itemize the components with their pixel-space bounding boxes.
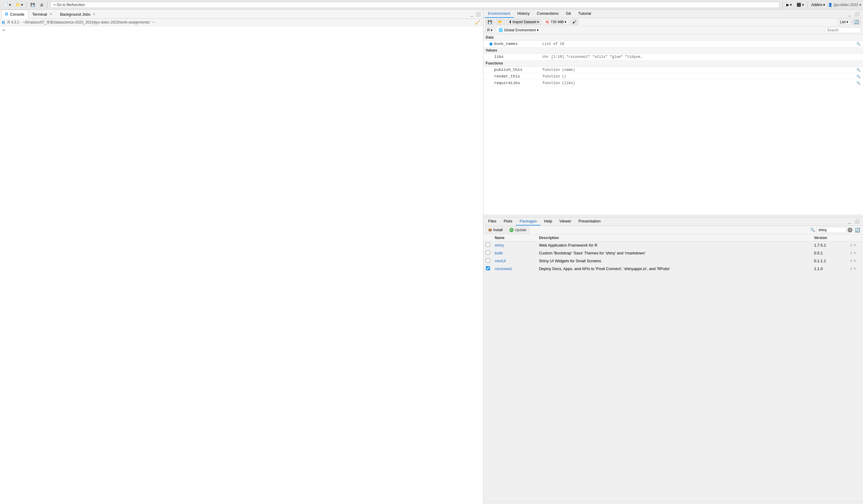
refresh-env-btn[interactable]: 🔄 bbox=[852, 19, 861, 25]
env-content: Data book_names List of 10 🔍 Values libs… bbox=[484, 34, 863, 215]
load-env-btn[interactable]: 📂 bbox=[496, 19, 505, 25]
env-row-require-libs[interactable]: requireLibs function (libs) 🔍 bbox=[484, 80, 863, 87]
new-file-btn[interactable]: 📄 ▾ bbox=[2, 2, 13, 8]
r-label: R bbox=[487, 28, 490, 32]
global-env-label: Global Environment bbox=[504, 28, 536, 32]
tab-tutorial[interactable]: Tutorial bbox=[575, 10, 595, 18]
env-search bbox=[825, 27, 861, 33]
row-miniui-name-cell: miniUI bbox=[492, 257, 537, 265]
left-panel: R Console Terminal ✕ Background Jobs ✕ _… bbox=[0, 10, 484, 504]
env-row-render-this[interactable]: render_this function () 🔍 bbox=[484, 73, 863, 80]
r-logo: R bbox=[5, 12, 8, 16]
path-edit-icon[interactable]: ✏ bbox=[152, 20, 155, 24]
list-dropdown[interactable]: List ▾ bbox=[837, 19, 851, 25]
rsconnect-checkbox[interactable] bbox=[486, 266, 490, 270]
bslib-info-btn[interactable]: ℹ bbox=[850, 250, 852, 255]
print-btn[interactable]: 🖨 bbox=[38, 2, 45, 8]
pkg-search-input[interactable] bbox=[816, 227, 847, 233]
save-env-btn[interactable]: 💾 bbox=[485, 19, 495, 25]
miniui-checkbox[interactable] bbox=[486, 258, 490, 262]
env-search-input[interactable] bbox=[825, 27, 861, 33]
tab-packages[interactable]: Packages bbox=[516, 217, 540, 225]
arrow-icon: ⇢ bbox=[52, 3, 55, 7]
install-pkg-btn[interactable]: 📦 Install bbox=[485, 227, 505, 233]
right-bottom-maximize[interactable]: ⬜ bbox=[853, 218, 861, 224]
shiny-info-btn[interactable]: ℹ bbox=[850, 243, 852, 247]
env-row-libs[interactable]: libs chr [1:19] "rsconnect" "utils" "glu… bbox=[484, 54, 863, 60]
bslib-remove-btn[interactable]: ✕ bbox=[853, 250, 856, 255]
r-dropdown[interactable]: R ▾ bbox=[485, 27, 495, 33]
tab-history[interactable]: History bbox=[514, 10, 533, 18]
console-area[interactable]: > bbox=[0, 26, 483, 504]
render-this-view-icon[interactable]: 🔍 bbox=[856, 75, 861, 78]
miniui-info-btn[interactable]: ℹ bbox=[850, 258, 852, 263]
bslib-link[interactable]: bslib bbox=[495, 251, 503, 255]
book-names-view-icon[interactable]: 🔍 bbox=[856, 42, 861, 46]
tab-terminal-close[interactable]: ✕ bbox=[50, 12, 52, 16]
open-file-btn[interactable]: 📁 ▾ bbox=[14, 2, 25, 8]
right-top-maximize[interactable]: ⬜ bbox=[853, 11, 861, 17]
rsconnect-remove-btn[interactable]: ✕ bbox=[853, 266, 856, 271]
tab-help[interactable]: Help bbox=[540, 217, 556, 225]
col-description: Description bbox=[537, 234, 812, 242]
update-pkg-btn[interactable]: ↻ Update bbox=[506, 227, 529, 233]
shiny-checkbox[interactable] bbox=[486, 243, 490, 247]
path-separator: · bbox=[21, 20, 22, 24]
open-file-arrow: ▾ bbox=[21, 3, 23, 7]
tab-background-jobs-close[interactable]: ✕ bbox=[93, 12, 95, 16]
right-bottom-minimize[interactable]: _ bbox=[847, 218, 852, 224]
table-row: miniUI Shiny UI Widgets for Small Screen… bbox=[484, 257, 863, 265]
left-panel-maximize[interactable]: ⬜ bbox=[474, 11, 482, 17]
brush-btn[interactable]: 🖌 bbox=[570, 19, 578, 25]
shiny-remove-btn[interactable]: ✕ bbox=[853, 243, 856, 247]
tab-terminal-label: Terminal bbox=[32, 12, 47, 16]
memory-badge[interactable]: 🧠 735 MiB ▾ bbox=[542, 19, 569, 25]
tab-plots[interactable]: Plots bbox=[500, 217, 516, 225]
env-row-publish-this[interactable]: publish_this function (name) 🔍 bbox=[484, 67, 863, 73]
pkg-refresh-btn[interactable]: 🔄 bbox=[854, 227, 861, 233]
row-rsconnect-desc-cell: Deploy Docs, Apps, and APIs to 'Posit Co… bbox=[537, 265, 812, 272]
go-to-file-label: Go to file/function bbox=[57, 3, 85, 7]
rsconnect-info-btn[interactable]: ℹ bbox=[850, 266, 852, 271]
rsconnect-link[interactable]: rsconnect bbox=[495, 267, 512, 271]
shiny-link[interactable]: shiny bbox=[495, 243, 504, 247]
run-btn[interactable]: ▶ ▾ bbox=[785, 2, 793, 8]
require-libs-label: requireLibs bbox=[494, 81, 542, 85]
new-file-icon: 📄 bbox=[4, 3, 8, 7]
tab-environment[interactable]: Environment bbox=[485, 10, 514, 18]
tab-viewer[interactable]: Viewer bbox=[556, 217, 575, 225]
addins-btn[interactable]: Addins ▾ bbox=[810, 2, 827, 8]
go-to-file-bar[interactable]: ⇢ Go to file/function bbox=[50, 2, 779, 8]
left-panel-minimize[interactable]: _ bbox=[470, 11, 474, 17]
search-clear-btn[interactable]: ✕ bbox=[848, 228, 852, 232]
row-rsconnect-actions-cell: ℹ ✕ bbox=[848, 265, 863, 272]
tab-git[interactable]: Git bbox=[562, 10, 575, 18]
env-scrollbar[interactable] bbox=[484, 215, 863, 217]
miniui-description: Shiny UI Widgets for Small Screens bbox=[539, 259, 601, 263]
miniui-remove-btn[interactable]: ✕ bbox=[853, 258, 856, 263]
open-file-icon: 📁 bbox=[16, 3, 20, 7]
require-libs-view-icon[interactable]: 🔍 bbox=[856, 81, 861, 85]
tab-console[interactable]: R Console bbox=[1, 10, 28, 19]
tab-terminal[interactable]: Terminal ✕ bbox=[28, 10, 56, 18]
r-version: R 4.3.1 bbox=[8, 20, 19, 24]
global-env-dropdown[interactable]: 🌐 Global Environment ▾ bbox=[496, 27, 541, 33]
tab-files[interactable]: Files bbox=[485, 217, 500, 225]
bslib-checkbox[interactable] bbox=[486, 250, 490, 255]
tab-presentation[interactable]: Presentation bbox=[575, 217, 604, 225]
row-bslib-version-cell: 0.5.1 bbox=[812, 249, 848, 257]
save-btn[interactable]: 💾 bbox=[29, 2, 37, 8]
import-dataset-btn[interactable]: ⬆ Import Dataset ▾ bbox=[506, 19, 542, 25]
pkg-scrollbar[interactable] bbox=[484, 502, 863, 504]
miniui-link[interactable]: miniUI bbox=[495, 259, 506, 263]
right-top-minimize[interactable]: _ bbox=[847, 11, 852, 17]
env-row-book-names[interactable]: book_names List of 10 🔍 bbox=[484, 41, 863, 47]
pkg-table: Name Description Version bbox=[484, 234, 863, 273]
tab-background-jobs[interactable]: Background Jobs ✕ bbox=[56, 10, 99, 18]
run-arrow: ▾ bbox=[790, 3, 792, 7]
publish-this-view-icon[interactable]: 🔍 bbox=[856, 68, 861, 72]
tab-connections[interactable]: Connections bbox=[533, 10, 562, 18]
row-miniui-check-cell bbox=[484, 257, 492, 265]
source-btn[interactable]: ⬛ ▾ bbox=[795, 2, 806, 8]
console-clear-btn[interactable]: 🧹 bbox=[474, 19, 481, 25]
